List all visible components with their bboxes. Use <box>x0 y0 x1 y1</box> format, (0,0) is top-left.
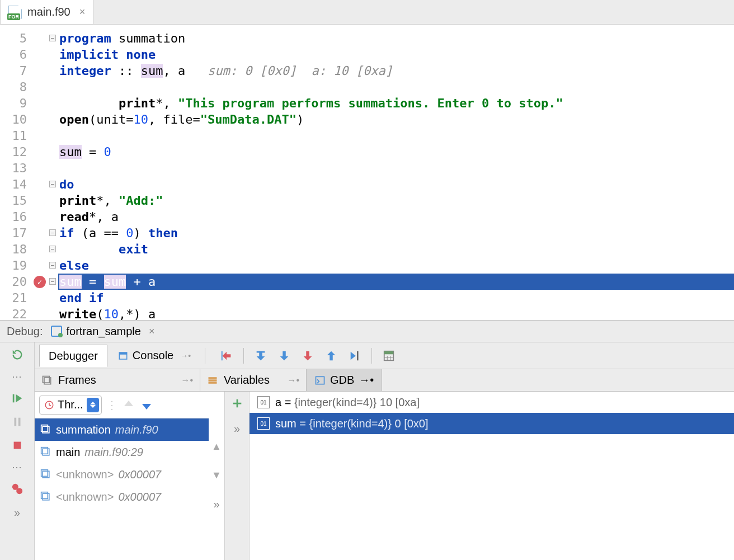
file-tab-main[interactable]: main.f90 × <box>0 0 93 24</box>
gutter-cell[interactable] <box>31 79 58 95</box>
tab-console-label: Console <box>133 349 173 362</box>
code-line[interactable]: write(10,*) a <box>58 306 734 322</box>
frame-item[interactable]: main main.f90:29 <box>35 441 209 463</box>
code-line[interactable]: print*, "This program performs summation… <box>58 95 734 111</box>
gutter-cell[interactable] <box>31 241 58 257</box>
gutter-cell[interactable] <box>31 128 58 144</box>
code-line[interactable]: open(unit=10, file="SumData.DAT") <box>58 111 734 128</box>
code-line[interactable]: sum = 0 <box>58 144 734 160</box>
variables-header[interactable]: Variables →• <box>200 369 307 391</box>
force-step-into-button[interactable] <box>298 346 318 366</box>
separator <box>371 348 372 364</box>
frames-scroll[interactable]: ▲ ▼ » <box>209 392 224 560</box>
variable-row[interactable]: 01a = {integer(kind=4)} 10 [0xa] <box>250 392 734 413</box>
gutter-cell[interactable] <box>31 95 58 111</box>
code-line[interactable]: program summation <box>58 30 734 46</box>
gutter-cell[interactable] <box>31 290 58 306</box>
variables-panel: » 01a = {integer(kind=4)} 10 [0xa]01sum … <box>225 392 734 560</box>
thread-label: Thr... <box>58 398 83 411</box>
stop-button[interactable] <box>10 437 25 453</box>
code-line[interactable]: else <box>58 257 734 274</box>
svg-rect-7 <box>119 352 127 355</box>
gutter-cell[interactable] <box>31 209 58 225</box>
frame-list[interactable]: summation main.f90main main.f90:29<unkno… <box>35 418 209 560</box>
gutter-cell[interactable] <box>31 63 58 79</box>
code-line[interactable]: implicit none <box>58 46 734 63</box>
code-line[interactable] <box>58 160 734 176</box>
new-watch-button[interactable] <box>231 397 243 412</box>
frame-item[interactable]: <unknown> 0x00007 <box>35 463 209 486</box>
rerun-button[interactable] <box>10 347 25 363</box>
frame-item[interactable]: summation main.f90 <box>35 418 209 441</box>
run-to-cursor-button[interactable] <box>345 346 365 366</box>
run-configuration[interactable]: fortran_sample × <box>51 325 155 338</box>
gutter-cell[interactable] <box>31 160 58 176</box>
gutter-cell[interactable] <box>31 30 58 46</box>
fold-toggle-icon[interactable] <box>49 246 56 252</box>
variable-row[interactable]: 01sum = {integer(kind=4)} 0 [0x0] <box>250 413 734 434</box>
scroll-down-icon[interactable]: ▼ <box>211 469 222 481</box>
code-line[interactable]: read*, a <box>58 209 734 225</box>
gutter-cell[interactable] <box>31 144 58 160</box>
frame-location: 0x00007 <box>118 491 161 503</box>
variables-list[interactable]: 01a = {integer(kind=4)} 10 [0xa]01sum = … <box>250 392 734 560</box>
frames-header[interactable]: Frames →• <box>35 369 200 391</box>
view-breakpoints-button[interactable] <box>10 481 25 497</box>
code-line[interactable]: end if <box>58 290 734 306</box>
evaluate-expression-button[interactable] <box>379 346 399 366</box>
pin-icon[interactable]: →• <box>180 351 191 360</box>
gutter-cell[interactable] <box>31 257 58 274</box>
gutter-cell[interactable] <box>31 46 58 63</box>
code-line[interactable]: print*, "Add:" <box>58 192 734 209</box>
code-line[interactable]: if (a == 0) then <box>58 225 734 241</box>
tab-debugger[interactable]: Debugger <box>39 345 107 367</box>
pin-variables-icon[interactable]: →• <box>287 375 299 385</box>
code-line[interactable] <box>58 128 734 144</box>
code-line[interactable]: sum = sum + a <box>58 274 734 290</box>
more-frames-button[interactable]: » <box>213 498 219 511</box>
fold-toggle-icon[interactable] <box>49 181 56 187</box>
step-into-button[interactable] <box>274 346 294 366</box>
close-run-config-icon[interactable]: × <box>149 326 155 337</box>
gdb-header[interactable]: GDB →• <box>307 369 382 391</box>
breakpoint-icon[interactable] <box>34 276 46 288</box>
code-line[interactable]: exit <box>58 241 734 257</box>
gutter-cell[interactable] <box>31 274 58 290</box>
gutter-cell[interactable] <box>31 192 58 209</box>
gutter-cell[interactable] <box>31 306 58 322</box>
code-line[interactable]: integer :: sum, a sum: 0 [0x0] a: 10 [0x… <box>58 63 734 79</box>
gutter-cell[interactable] <box>31 176 58 192</box>
step-out-button[interactable] <box>321 346 341 366</box>
resume-button[interactable] <box>10 390 25 406</box>
more-rail-button[interactable]: » <box>10 505 25 520</box>
line-number-gutter: 5678910111213141516171819202122 <box>0 25 31 320</box>
step-over-button[interactable] <box>251 346 271 366</box>
prev-frame-button[interactable] <box>122 398 135 412</box>
code-line[interactable]: do <box>58 176 734 192</box>
fold-toggle-icon[interactable] <box>49 229 56 236</box>
show-execution-point-button[interactable] <box>217 346 237 366</box>
more-vars-button[interactable]: » <box>234 422 240 435</box>
line-number: 21 <box>0 290 27 306</box>
stack-frame-icon <box>40 424 51 435</box>
next-frame-button[interactable] <box>140 398 153 412</box>
svg-rect-0 <box>12 394 14 403</box>
thread-dropdown[interactable]: Thr... <box>39 396 102 415</box>
line-number: 8 <box>0 79 27 95</box>
gutter-cell[interactable] <box>31 225 58 241</box>
fold-toggle-icon[interactable] <box>49 262 56 269</box>
fold-toggle-icon[interactable] <box>49 278 56 285</box>
pin-frames-icon[interactable]: →• <box>181 375 193 385</box>
pin-gdb-icon[interactable]: →• <box>359 374 374 387</box>
code-editor[interactable]: 5678910111213141516171819202122 program … <box>0 25 734 320</box>
tab-console[interactable]: Console →• <box>109 345 200 367</box>
pause-button[interactable] <box>10 414 25 430</box>
code-line[interactable] <box>58 79 734 95</box>
frame-item[interactable]: <unknown> 0x00007 <box>35 486 209 508</box>
fold-breakpoint-gutter[interactable] <box>31 25 58 320</box>
gutter-cell[interactable] <box>31 111 58 128</box>
fold-toggle-icon[interactable] <box>49 35 56 41</box>
scroll-up-icon[interactable]: ▲ <box>211 441 222 453</box>
close-tab-icon[interactable]: × <box>79 6 86 18</box>
code-area[interactable]: program summationimplicit noneinteger ::… <box>58 25 734 320</box>
